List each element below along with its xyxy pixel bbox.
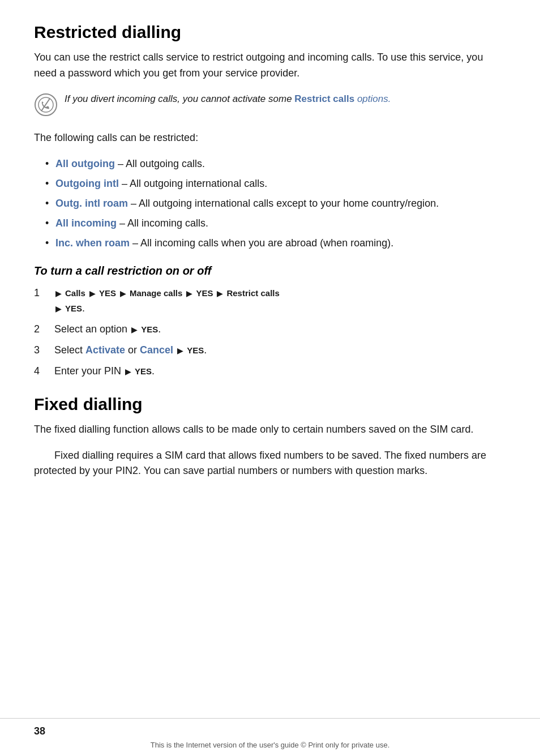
page-footer: 38 This is the Internet version of the u… xyxy=(0,718,540,756)
following-text: The following calls can be restricted: xyxy=(34,130,506,146)
subsection-title: To turn a call restriction on or off xyxy=(34,264,506,277)
restricted-dialling-section: Restricted dialling You can use the rest… xyxy=(34,23,506,379)
steps-list: 1 ▶ Calls ▶ YES ▶ Manage calls ▶ YES ▶ R… xyxy=(34,285,506,379)
restricted-dialling-title: Restricted dialling xyxy=(34,23,506,42)
step-2: 2 Select an option ▶ YES. xyxy=(34,322,506,337)
list-item: Outgoing intl – All outgoing internation… xyxy=(45,176,506,191)
list-item: Outg. intl roam – All outgoing internati… xyxy=(45,196,506,211)
fixed-dialling-title: Fixed dialling xyxy=(34,395,506,414)
step-4: 4 Enter your PIN ▶ YES. xyxy=(34,364,506,379)
fixed-dialling-para2: Fixed dialling requires a SIM card that … xyxy=(34,448,506,480)
fixed-dialling-section: Fixed dialling The fixed dialling functi… xyxy=(34,395,506,480)
intro-text: You can use the restrict calls service t… xyxy=(34,50,506,82)
list-item: All outgoing – All outgoing calls. xyxy=(45,156,506,172)
step-1: 1 ▶ Calls ▶ YES ▶ Manage calls ▶ YES ▶ R… xyxy=(34,285,506,316)
warning-icon xyxy=(34,93,58,117)
page-number: 38 xyxy=(34,725,506,737)
list-item: All incoming – All incoming calls. xyxy=(45,216,506,231)
footer-note: This is the Internet version of the user… xyxy=(34,741,506,749)
note-text: If you divert incoming calls, you cannot… xyxy=(65,92,391,106)
step-3: 3 Select Activate or Cancel ▶ YES. xyxy=(34,343,506,358)
page-content: Restricted dialling You can use the rest… xyxy=(0,0,540,535)
note-box: If you divert incoming calls, you cannot… xyxy=(34,92,506,117)
list-item: Inc. when roam – All incoming calls when… xyxy=(45,236,506,251)
fixed-dialling-para1: The fixed dialling function allows calls… xyxy=(34,422,506,438)
restriction-types-list: All outgoing – All outgoing calls. Outgo… xyxy=(34,156,506,251)
